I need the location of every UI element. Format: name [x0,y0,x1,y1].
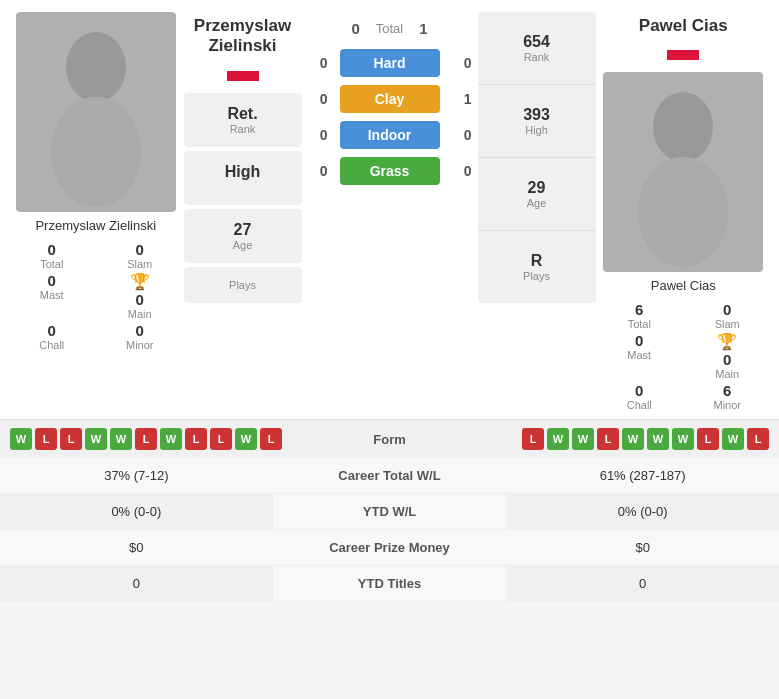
left-name-display: PrzemyslawZielinski [184,16,302,57]
left-total-label: Total [40,258,63,270]
left-player-stats: 0 Total 0 Slam 0 Mast 🏆 0 Main 0 [16,241,176,351]
form-badge-right-w: W [722,428,744,450]
stats-right-3: 0 [506,566,779,602]
center-col: PrzemyslawZielinski Ret. Rank High 27 [184,12,596,303]
right-stat-slam: 0 Slam [691,301,763,330]
right-info-col: 654 Rank 393 High 29 Age R Plays [478,12,596,303]
left-hard-val: 0 [308,55,328,71]
left-chall-value: 0 [48,322,56,339]
left-form-badges: WLLWWLWLLWL [10,428,340,450]
right-stat-total: 6 Total [603,301,675,330]
right-hard-val: 0 [452,55,472,71]
form-badge-right-w: W [672,428,694,450]
stats-label-1: YTD W/L [273,494,507,530]
stats-row-0: 37% (7-12) Career Total W/L 61% (287-187… [0,458,779,494]
form-section: WLLWWLWLLWL Form LWWLWWWLWL [0,419,779,458]
court-col: 0 Total 1 0 Hard 0 0 Clay 1 0 [308,12,472,303]
form-badge-right-l: L [747,428,769,450]
court-hard-row: 0 Hard 0 [308,45,472,81]
right-minor-value: 6 [723,382,731,399]
right-high-row: 393 High [478,85,596,158]
right-chall-label: Chall [627,399,652,411]
right-slam-label: Slam [715,318,740,330]
svg-point-2 [653,92,713,162]
svg-point-3 [638,157,728,267]
left-mast-label: Mast [40,289,64,301]
left-high-box: High [184,151,302,205]
right-player-col: Pawel Cias Pawel Cias 6 Total [596,12,772,411]
right-plays-value: R [531,252,543,270]
stats-left-1: 0% (0-0) [0,494,273,530]
form-badge-right-l: L [597,428,619,450]
left-age-box: 27 Age [184,209,302,263]
right-high-value: 393 [523,106,550,124]
right-player-avatar [603,72,763,272]
form-badge-right-w: W [622,428,644,450]
right-total-label: Total [628,318,651,330]
stats-right-1: 0% (0-0) [506,494,779,530]
form-badge-right-w: W [547,428,569,450]
stats-left-3: 0 [0,566,273,602]
right-plays-row: R Plays [478,231,596,303]
left-plays-label: Plays [190,279,296,291]
left-slam-value: 0 [136,241,144,258]
hard-button[interactable]: Hard [340,49,440,77]
stats-row-3: 0 YTD Titles 0 [0,566,779,602]
left-indoor-val: 0 [308,127,328,143]
right-player-name: Pawel Cias [651,278,716,293]
court-indoor-row: 0 Indoor 0 [308,117,472,153]
right-flag [667,40,699,60]
court-clay-row: 0 Clay 1 [308,81,472,117]
left-clay-val: 0 [308,91,328,107]
left-player-name: Przemyslaw Zielinski [35,218,156,233]
form-badge-l: L [260,428,282,450]
left-total-value: 0 [48,241,56,258]
left-player-name-center: PrzemyslawZielinski [184,12,302,89]
form-badge-l: L [185,428,207,450]
left-trophy-icon: 🏆 [130,272,150,291]
right-clay-val: 1 [452,91,472,107]
form-badge-l: L [60,428,82,450]
left-age-label: Age [190,239,296,251]
left-stat-mast: 0 Mast [16,272,88,320]
right-trophy-icon: 🏆 [717,332,737,351]
left-stat-total: 0 Total [16,241,88,270]
right-slam-value: 0 [723,301,731,318]
stats-left-2: $0 [0,530,273,566]
left-stat-slam: 0 Slam [104,241,176,270]
stats-label-0: Career Total W/L [273,458,507,494]
stats-row-2: $0 Career Prize Money $0 [0,530,779,566]
left-mast-value: 0 [48,272,56,289]
right-age-row: 29 Age [478,158,596,231]
left-stat-minor: 0 Minor [104,322,176,351]
left-rank-label: Rank [190,123,296,135]
right-plays-label: Plays [523,270,550,282]
form-label: Form [340,432,440,447]
left-rank-value: Ret. [190,105,296,123]
players-row: Przemyslaw Zielinski 0 Total 0 Slam 0 Ma… [0,0,779,411]
form-badge-right-w: W [647,428,669,450]
form-badge-l: L [210,428,232,450]
left-age-value: 27 [190,221,296,239]
indoor-button[interactable]: Indoor [340,121,440,149]
stats-table: 37% (7-12) Career Total W/L 61% (287-187… [0,458,779,602]
right-rank-label: Rank [524,51,550,63]
left-main-label: Main [128,308,152,320]
left-grass-val: 0 [308,163,328,179]
left-player-avatar [16,12,176,212]
main-container: Przemyslaw Zielinski 0 Total 0 Slam 0 Ma… [0,0,779,602]
right-total-value: 6 [635,301,643,318]
left-info-col: PrzemyslawZielinski Ret. Rank High 27 [184,12,302,303]
court-grass-row: 0 Grass 0 [308,153,472,189]
form-badge-l: L [135,428,157,450]
grass-button[interactable]: Grass [340,157,440,185]
right-stat-mast: 0 Mast [603,332,675,380]
svg-point-1 [51,97,141,207]
clay-button[interactable]: Clay [340,85,440,113]
right-name-display: Pawel Cias [639,16,728,36]
stats-row-1: 0% (0-0) YTD W/L 0% (0-0) [0,494,779,530]
right-rank-row: 654 Rank [478,12,596,85]
form-badge-w: W [110,428,132,450]
right-main-value: 0 [723,351,731,368]
left-slam-label: Slam [127,258,152,270]
